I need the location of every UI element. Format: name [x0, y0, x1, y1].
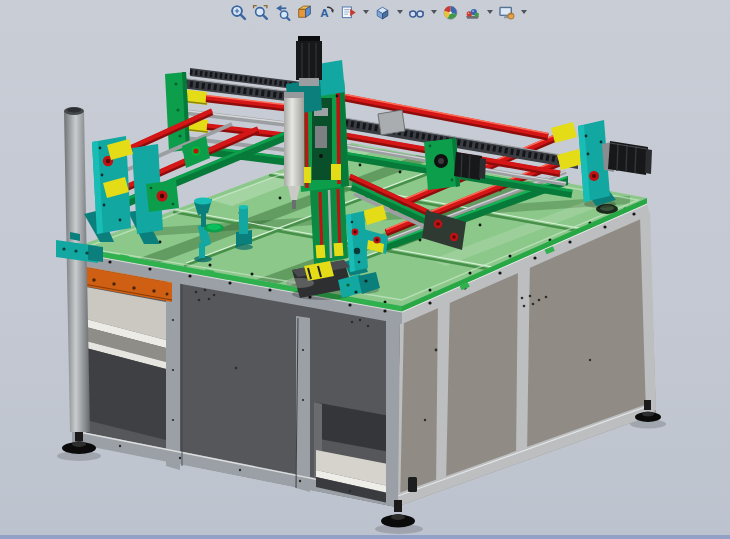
zoom-to-area-icon[interactable]	[251, 2, 270, 22]
apply-scene-dropdown[interactable]	[485, 2, 494, 22]
left-open-bay	[86, 287, 166, 440]
support-bracket-green	[146, 180, 179, 212]
heads-up-toolbar: A	[229, 1, 528, 23]
view-settings-icon[interactable]	[497, 2, 516, 22]
view-orientation-icon[interactable]	[339, 2, 358, 22]
chevron-down-icon	[431, 10, 437, 14]
spindle-motor[interactable]	[296, 36, 322, 86]
chevron-down-icon	[397, 10, 403, 14]
hide-show-items-icon[interactable]	[407, 2, 426, 22]
statusbar-edge	[0, 535, 730, 539]
svg-text:A: A	[320, 6, 329, 19]
chevron-down-icon	[363, 10, 369, 14]
chevron-down-icon	[487, 10, 493, 14]
previous-view-icon[interactable]	[273, 2, 292, 22]
hide-show-items-dropdown[interactable]	[429, 2, 438, 22]
viewport-3d[interactable]	[0, 0, 730, 539]
section-view-icon[interactable]	[295, 2, 314, 22]
view-orientation-dropdown[interactable]	[361, 2, 370, 22]
chevron-down-icon	[521, 10, 527, 14]
rotate-view-icon[interactable]: A	[317, 2, 336, 22]
apply-scene-icon[interactable]	[463, 2, 482, 22]
z-lower-carriage	[310, 184, 348, 264]
view-settings-dropdown[interactable]	[519, 2, 528, 22]
edit-appearance-icon[interactable]	[441, 2, 460, 22]
display-style-icon[interactable]	[373, 2, 392, 22]
zoom-to-fit-icon[interactable]	[229, 2, 248, 22]
back-motor[interactable]	[454, 152, 486, 180]
display-style-dropdown[interactable]	[395, 2, 404, 22]
panel-slot	[408, 477, 417, 492]
